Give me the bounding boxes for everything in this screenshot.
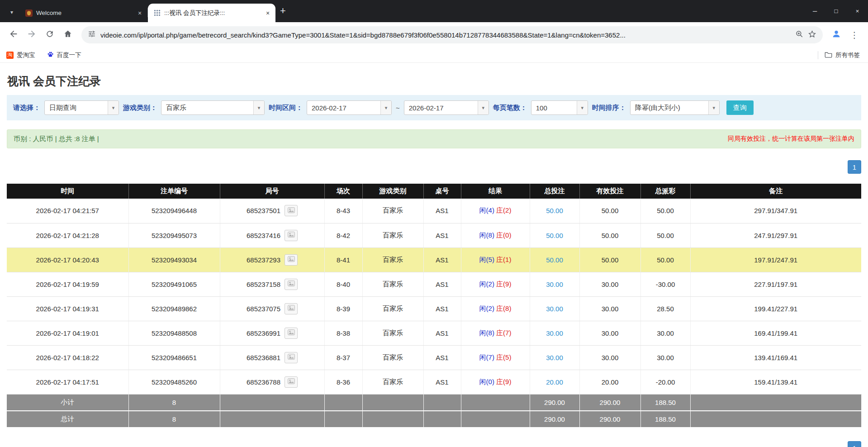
summary-label: 总计 — [7, 411, 128, 428]
result-player: 闲(2) — [479, 304, 494, 312]
cell-total-bet: 30.00 — [530, 272, 579, 296]
chevron-down-icon[interactable]: ▾ — [478, 101, 489, 114]
tab-welcome[interactable]: Welcome × — [20, 4, 147, 22]
tab-close-icon[interactable]: × — [136, 9, 144, 17]
summary-total-bet: 290.00 — [530, 394, 579, 411]
tab-search-button[interactable]: ▾ — [5, 6, 18, 19]
page-1-button[interactable]: 1 — [848, 441, 861, 447]
per-page-select[interactable]: 100 ▾ — [531, 100, 588, 115]
home-button[interactable] — [59, 26, 77, 44]
cell-payout: 30.00 — [640, 345, 690, 370]
cell-time: 2026-02-17 04:19:01 — [7, 321, 128, 345]
total-bet-link[interactable]: 50.00 — [546, 256, 563, 264]
round-replay-button[interactable] — [285, 376, 298, 388]
bookmark-star-icon[interactable] — [808, 30, 816, 40]
browser-toolbar: videoie.com/ipl/portal.php/game/betrecor… — [0, 22, 868, 48]
cell-time: 2026-02-17 04:20:43 — [7, 247, 128, 272]
site-settings-icon[interactable] — [88, 30, 96, 40]
date-to-select[interactable]: 2026-02-17 ▾ — [404, 100, 489, 115]
column-header: 游戏类别 — [362, 184, 423, 199]
table-body: 2026-02-17 04:21:57523209496448685237501… — [7, 199, 861, 394]
result-player: 闲(8) — [479, 231, 494, 239]
cell-session: 8-37 — [324, 345, 362, 370]
round-number: 685236881 — [247, 354, 280, 361]
summary-valid-bet: 290.00 — [579, 394, 640, 411]
cell-total-bet: 20.00 — [530, 370, 579, 394]
image-icon — [288, 354, 295, 361]
cell-bet-id: 523209485260 — [128, 370, 220, 394]
cell-payout: -30.00 — [640, 272, 690, 296]
address-bar[interactable]: videoie.com/ipl/portal.php/game/betrecor… — [81, 26, 823, 43]
cell-result: 闲(8) 庄(7) — [461, 321, 530, 345]
round-number: 685237075 — [247, 305, 280, 313]
result-banker: 庄(9) — [496, 378, 511, 385]
query-type-select[interactable]: 日期查询 ▾ — [44, 100, 119, 115]
sort-select[interactable]: 降幂(由大到小) ▾ — [630, 100, 720, 115]
bookmark-aitaobao[interactable]: 淘 爱淘宝 — [6, 51, 35, 59]
pagination-top: 1 — [7, 160, 861, 174]
table-row: 2026-02-17 04:21:28523209495073685237416… — [7, 223, 861, 247]
same-round-notice: 同局有效投注，统一计算在该局第一张注单内 — [728, 135, 854, 143]
game-type-label: 游戏类别： — [123, 104, 157, 112]
date-from-select[interactable]: 2026-02-17 ▾ — [307, 100, 392, 115]
column-header: 桌号 — [423, 184, 461, 199]
round-replay-button[interactable] — [285, 352, 298, 363]
chevron-down-icon[interactable]: ▾ — [380, 101, 391, 114]
page-1-button[interactable]: 1 — [848, 160, 861, 174]
close-window-button[interactable]: × — [847, 0, 868, 22]
round-replay-button[interactable] — [285, 254, 298, 266]
cell-table-no: AS1 — [423, 345, 461, 370]
cell-table-no: AS1 — [423, 247, 461, 272]
chevron-down-icon[interactable]: ▾ — [253, 101, 264, 114]
zoom-icon[interactable] — [795, 30, 803, 40]
result-banker: 庄(7) — [496, 329, 511, 337]
total-bet-link[interactable]: 30.00 — [546, 305, 563, 313]
total-bet-link[interactable]: 20.00 — [546, 378, 563, 386]
total-bet-link[interactable]: 50.00 — [546, 232, 563, 239]
column-header: 局号 — [220, 184, 324, 199]
cell-bet-id: 523209491065 — [128, 272, 220, 296]
bookmark-baidu[interactable]: 百度一下 — [47, 51, 81, 59]
menu-button[interactable]: ⋮ — [845, 26, 863, 44]
table-header-row: 时间注单编号局号场次游戏类别桌号结果总投注有效投注总派彩备注 — [7, 184, 861, 199]
cell-total-bet: 50.00 — [530, 223, 579, 247]
profile-button[interactable] — [827, 26, 845, 44]
tab-betrecord[interactable]: :::视讯 会员下注纪录::: × — [148, 4, 275, 22]
cell-note: 247.91/297.91 — [690, 223, 861, 247]
total-bet-link[interactable]: 30.00 — [546, 329, 563, 337]
refresh-button[interactable] — [41, 26, 59, 44]
chevron-down-icon[interactable]: ▾ — [108, 101, 119, 114]
all-bookmarks-button[interactable]: 所有书签 — [825, 51, 860, 59]
round-replay-button[interactable] — [285, 205, 298, 216]
search-button[interactable]: 查询 — [726, 100, 754, 115]
tab-close-icon[interactable]: × — [264, 9, 272, 17]
round-replay-button[interactable] — [285, 279, 298, 290]
round-replay-button[interactable] — [285, 328, 298, 339]
url-text: videoie.com/ipl/portal.php/game/betrecor… — [100, 31, 791, 39]
back-icon — [9, 29, 19, 41]
new-tab-button[interactable]: + — [280, 6, 286, 16]
chevron-down-icon[interactable]: ▾ — [577, 101, 588, 114]
cell-session: 8-39 — [324, 296, 362, 321]
table-row: 2026-02-17 04:18:22523209486651685236881… — [7, 345, 861, 370]
forward-button[interactable] — [23, 26, 41, 44]
cell-result: 闲(0) 庄(9) — [461, 370, 530, 394]
total-bet-link[interactable]: 50.00 — [546, 207, 563, 214]
cell-note: 169.41/199.41 — [690, 321, 861, 345]
minimize-button[interactable]: ─ — [804, 0, 825, 22]
cell-game-type: 百家乐 — [362, 223, 423, 247]
cell-time: 2026-02-17 04:19:59 — [7, 272, 128, 296]
round-replay-button[interactable] — [285, 230, 298, 241]
total-bet-link[interactable]: 30.00 — [546, 281, 563, 288]
cell-bet-id: 523209496448 — [128, 199, 220, 223]
maximize-button[interactable]: □ — [825, 0, 847, 22]
game-type-select[interactable]: 百家乐 ▾ — [161, 100, 265, 115]
chevron-down-icon[interactable]: ▾ — [708, 101, 719, 114]
page-content: 视讯 会员下注纪录 请选择： 日期查询 ▾ 游戏类别： 百家乐 ▾ 时间区间： … — [0, 63, 868, 447]
back-button[interactable] — [5, 26, 23, 44]
total-bet-link[interactable]: 30.00 — [546, 354, 563, 361]
sort-value: 降幂(由大到小) — [631, 104, 708, 112]
round-replay-button[interactable] — [285, 303, 298, 314]
cell-payout: 28.50 — [640, 296, 690, 321]
cell-time: 2026-02-17 04:21:28 — [7, 223, 128, 247]
